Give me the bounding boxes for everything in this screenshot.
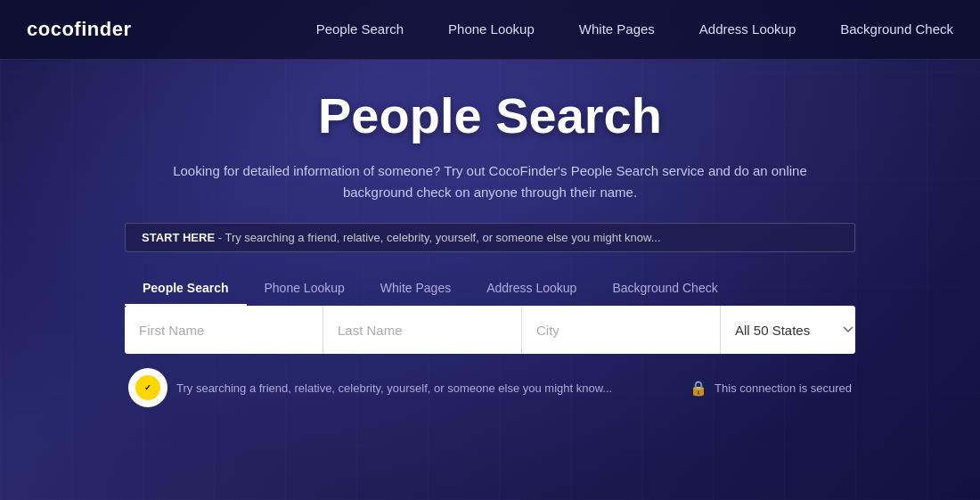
first-name-input[interactable] (125, 306, 323, 354)
secure-badge: 🔒 This connection is secured (690, 380, 852, 397)
brand-logo: cocofinder (27, 18, 131, 41)
navbar: cocofinder People Search Phone Lookup Wh… (0, 0, 980, 60)
tab-phone-lookup[interactable]: Phone Lookup (247, 272, 363, 306)
norton-shield-icon: ✓ (128, 368, 167, 407)
tab-people-search[interactable]: People Search (125, 272, 247, 306)
state-select[interactable]: All 50 States Alabama Alaska Arizona Ark… (721, 306, 855, 354)
norton-badge: ✓ Try searching a friend, relative, cele… (128, 368, 612, 407)
search-tabs: People Search Phone Lookup White Pages A… (125, 272, 855, 306)
last-name-input[interactable] (323, 306, 522, 354)
secure-text: This connection is secured (715, 381, 852, 395)
nav-white-pages[interactable]: White Pages (579, 21, 655, 37)
norton-hint-text: Try searching a friend, relative, celebr… (176, 381, 612, 395)
footer-info: ✓ Try searching a friend, relative, cele… (125, 368, 855, 407)
city-input[interactable] (522, 306, 721, 354)
tab-address-lookup[interactable]: Address Lookup (469, 272, 594, 306)
hero-subtitle: Looking for detailed information of some… (169, 160, 811, 203)
nav-background-check[interactable]: Background Check (840, 21, 953, 37)
hero-section: People Search Looking for detailed infor… (0, 60, 980, 500)
nav-address-lookup[interactable]: Address Lookup (699, 21, 796, 37)
tab-white-pages[interactable]: White Pages (363, 272, 469, 306)
norton-inner: ✓ (135, 375, 160, 400)
search-form: All 50 States Alabama Alaska Arizona Ark… (125, 306, 855, 354)
nav-people-search[interactable]: People Search (316, 21, 404, 37)
start-here-body: - Try searching a friend, relative, cele… (215, 231, 660, 244)
tab-background-check[interactable]: Background Check (594, 272, 735, 306)
start-here-banner: START HERE - Try searching a friend, rel… (125, 223, 855, 252)
nav-links: People Search Phone Lookup White Pages A… (316, 21, 953, 37)
hero-title: People Search (318, 86, 662, 144)
lock-icon: 🔒 (690, 380, 707, 397)
start-here-prefix: START HERE (142, 231, 215, 244)
nav-phone-lookup[interactable]: Phone Lookup (448, 21, 535, 37)
